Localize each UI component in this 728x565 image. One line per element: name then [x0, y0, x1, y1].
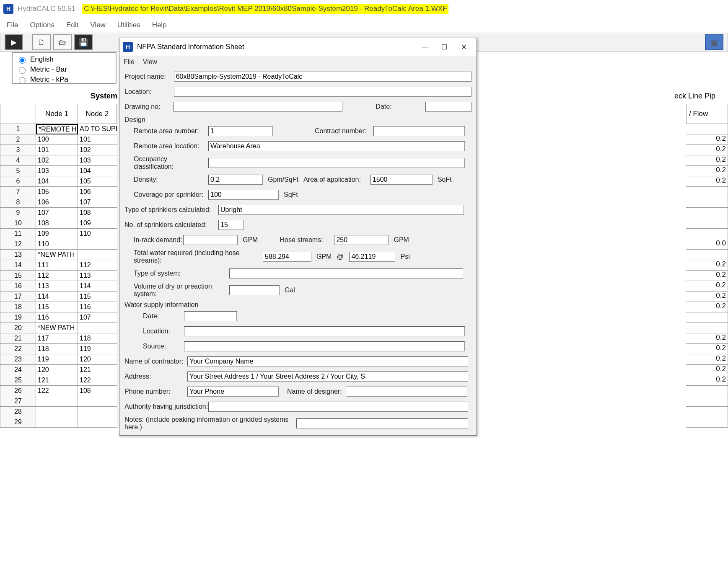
- right-col-cell[interactable]: 0.2: [686, 281, 728, 292]
- input-inrack[interactable]: [183, 235, 238, 245]
- cell-node2[interactable]: [78, 250, 117, 260]
- row-number[interactable]: 26: [0, 386, 36, 396]
- cell-node1[interactable]: 112: [36, 271, 78, 281]
- row-number[interactable]: 13: [0, 250, 36, 260]
- cell-node2[interactable]: [78, 407, 117, 417]
- right-col-cell[interactable]: [686, 208, 728, 218]
- row-number[interactable]: 15: [0, 271, 36, 281]
- table-row[interactable]: 25121122: [0, 375, 117, 386]
- grid-header-node2[interactable]: Node 2: [78, 104, 117, 124]
- toolbar-save-button[interactable]: 💾: [74, 34, 93, 50]
- menu-utilities[interactable]: Utilities: [117, 21, 140, 29]
- table-row[interactable]: 26122108: [0, 386, 117, 396]
- right-col-cell[interactable]: [686, 417, 728, 428]
- input-phone[interactable]: [187, 387, 279, 397]
- menu-edit[interactable]: Edit: [66, 21, 78, 29]
- right-col-cell[interactable]: [686, 323, 728, 333]
- right-col-cell[interactable]: 0.2: [686, 292, 728, 302]
- cell-node1[interactable]: 113: [36, 281, 78, 292]
- units-metric-kpa[interactable]: Metric - kPa: [17, 75, 111, 85]
- right-col-cell[interactable]: 0.2: [686, 302, 728, 312]
- row-number[interactable]: 25: [0, 375, 36, 386]
- table-row[interactable]: 6104105: [0, 176, 117, 187]
- input-coverage[interactable]: [208, 190, 279, 200]
- dialog-menu-view[interactable]: View: [143, 58, 157, 66]
- cell-node1[interactable]: 101: [36, 145, 78, 155]
- cell-node1[interactable]: *REMOTE HEAD: [36, 124, 78, 134]
- input-density[interactable]: [208, 175, 263, 185]
- right-col-cell[interactable]: 0.2: [686, 260, 728, 271]
- minimize-button[interactable]: —: [415, 40, 435, 54]
- toolbar-new-button[interactable]: 🗋: [32, 34, 51, 50]
- cell-node1[interactable]: 103: [36, 166, 78, 176]
- units-metric-bar[interactable]: Metric - Bar: [17, 64, 111, 75]
- input-project-name[interactable]: [174, 72, 472, 82]
- row-number[interactable]: 16: [0, 281, 36, 292]
- table-row[interactable]: 16113114: [0, 281, 117, 292]
- cell-node2[interactable]: 108: [78, 386, 117, 396]
- cell-node1[interactable]: *NEW PATH: [36, 323, 78, 333]
- cell-node2[interactable]: [78, 396, 117, 407]
- cell-node1[interactable]: 118: [36, 344, 78, 354]
- table-row[interactable]: 24120121: [0, 365, 117, 375]
- cell-node2[interactable]: 112: [78, 260, 117, 271]
- cell-node2[interactable]: 116: [78, 302, 117, 312]
- cell-node2[interactable]: 122: [78, 375, 117, 386]
- right-col-cell[interactable]: 0.2: [686, 134, 728, 145]
- table-row[interactable]: 9107108: [0, 208, 117, 218]
- cell-node1[interactable]: 100: [36, 134, 78, 145]
- cell-node2[interactable]: 119: [78, 344, 117, 354]
- menu-options[interactable]: Options: [30, 21, 54, 29]
- units-english[interactable]: English: [17, 54, 111, 64]
- cell-node2[interactable]: 107: [78, 312, 117, 323]
- right-col-cell[interactable]: 0.0: [686, 239, 728, 250]
- table-row[interactable]: 7105106: [0, 187, 117, 197]
- table-row[interactable]: 20*NEW PATH: [0, 323, 117, 333]
- table-row[interactable]: 23119120: [0, 354, 117, 365]
- row-number[interactable]: 24: [0, 365, 36, 375]
- cell-node1[interactable]: 116: [36, 312, 78, 323]
- input-occupancy[interactable]: [208, 158, 465, 168]
- input-designer[interactable]: [346, 387, 467, 397]
- menu-view[interactable]: View: [90, 21, 106, 29]
- input-hose[interactable]: [334, 235, 389, 245]
- cell-node2[interactable]: 105: [78, 176, 117, 187]
- cell-node1[interactable]: 109: [36, 229, 78, 239]
- right-col-cell[interactable]: 0.2: [686, 354, 728, 365]
- row-number[interactable]: 23: [0, 354, 36, 365]
- table-row[interactable]: 3101102: [0, 145, 117, 155]
- cell-node2[interactable]: 114: [78, 281, 117, 292]
- cell-node1[interactable]: 105: [36, 187, 78, 197]
- row-number[interactable]: 22: [0, 344, 36, 354]
- table-row[interactable]: 11109110: [0, 229, 117, 239]
- input-location[interactable]: [174, 87, 472, 97]
- cell-node2[interactable]: 109: [78, 218, 117, 229]
- cell-node2[interactable]: AD TO SUPP: [78, 124, 117, 134]
- row-number[interactable]: 28: [0, 407, 36, 417]
- input-total-gpm[interactable]: [263, 252, 311, 262]
- right-col-cell[interactable]: 0.2: [686, 365, 728, 375]
- toolbar-run-button[interactable]: ▶: [5, 34, 23, 50]
- cell-node1[interactable]: 108: [36, 218, 78, 229]
- cell-node2[interactable]: 104: [78, 166, 117, 176]
- cell-node2[interactable]: 103: [78, 155, 117, 166]
- input-type-sprinklers[interactable]: [218, 205, 464, 215]
- input-address[interactable]: [187, 372, 468, 382]
- cell-node1[interactable]: 114: [36, 292, 78, 302]
- cell-node1[interactable]: [36, 396, 78, 407]
- units-english-radio[interactable]: [19, 57, 26, 64]
- right-col-cell[interactable]: [686, 407, 728, 417]
- table-row[interactable]: 17114115: [0, 292, 117, 302]
- input-ws-location[interactable]: [184, 326, 465, 336]
- table-row[interactable]: 21117118: [0, 333, 117, 344]
- right-col-cell[interactable]: [686, 229, 728, 239]
- cell-node1[interactable]: *NEW PATH: [36, 250, 78, 260]
- cell-node2[interactable]: 121: [78, 365, 117, 375]
- table-row[interactable]: 27: [0, 396, 117, 407]
- right-col-cell[interactable]: 0.2: [686, 155, 728, 166]
- row-number[interactable]: 8: [0, 197, 36, 208]
- cell-node1[interactable]: 102: [36, 155, 78, 166]
- right-col-cell[interactable]: [686, 250, 728, 260]
- cell-node1[interactable]: 107: [36, 208, 78, 218]
- row-number[interactable]: 9: [0, 208, 36, 218]
